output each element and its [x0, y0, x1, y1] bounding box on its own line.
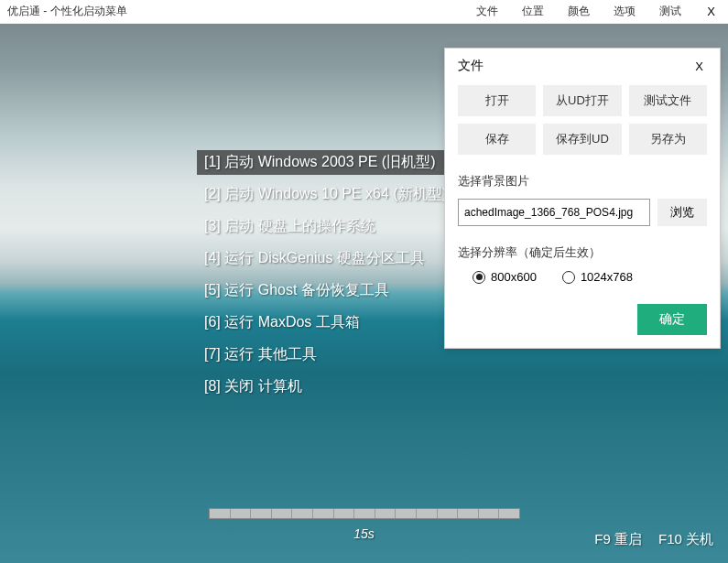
- menu-options[interactable]: 选项: [610, 2, 639, 21]
- hotkey-reboot: F9 重启: [594, 531, 642, 548]
- radio-label: 800x600: [491, 270, 537, 284]
- menu-file[interactable]: 文件: [473, 2, 502, 21]
- boot-menu: [1] 启动 Windows 2003 PE (旧机型) [2] 启动 Wind…: [197, 150, 454, 399]
- menu-position[interactable]: 位置: [518, 2, 548, 21]
- boot-item-6[interactable]: [6] 运行 MaxDos 工具箱: [197, 310, 454, 335]
- save-to-ud-button[interactable]: 保存到UD: [543, 124, 621, 155]
- radio-icon: [473, 271, 485, 284]
- countdown-text: 15s: [353, 526, 375, 541]
- app-close-button[interactable]: X: [701, 5, 721, 18]
- bg-image-input[interactable]: [458, 199, 650, 226]
- boot-item-1[interactable]: [1] 启动 Windows 2003 PE (旧机型): [197, 150, 454, 175]
- save-button[interactable]: 保存: [458, 124, 536, 155]
- boot-item-2[interactable]: [2] 启动 Windows 10 PE x64 (新机型): [197, 182, 454, 207]
- dialog-title: 文件: [458, 58, 691, 74]
- test-file-button[interactable]: 测试文件: [629, 85, 707, 116]
- resolution-1024x768[interactable]: 1024x768: [562, 270, 633, 284]
- resolution-800x600[interactable]: 800x600: [473, 270, 537, 284]
- menu-color[interactable]: 颜色: [564, 2, 593, 21]
- save-as-button[interactable]: 另存为: [629, 124, 707, 155]
- confirm-button[interactable]: 确定: [637, 304, 707, 335]
- preview-area: [1] 启动 Windows 2003 PE (旧机型) [2] 启动 Wind…: [0, 24, 728, 563]
- app-title: 优启通 - 个性化启动菜单: [7, 4, 473, 19]
- boot-item-7[interactable]: [7] 运行 其他工具: [197, 342, 454, 367]
- bg-image-label: 选择背景图片: [458, 173, 707, 189]
- footer-hotkeys: F9 重启 F10 关机: [594, 531, 713, 548]
- countdown-progress: [209, 508, 520, 519]
- open-button[interactable]: 打开: [458, 85, 536, 116]
- menu-test[interactable]: 测试: [656, 2, 685, 21]
- file-dialog: 文件 X 打开 从UD打开 测试文件 保存 保存到UD 另存为 选择背景图片 浏…: [444, 48, 721, 349]
- radio-icon: [562, 271, 575, 284]
- radio-label: 1024x768: [581, 270, 633, 284]
- hotkey-shutdown: F10 关机: [658, 531, 713, 548]
- boot-item-5[interactable]: [5] 运行 Ghost 备份恢复工具: [197, 278, 454, 303]
- menu-bar: 文件 位置 颜色 选项 测试: [473, 2, 685, 21]
- resolution-label: 选择分辨率（确定后生效）: [458, 244, 707, 261]
- browse-button[interactable]: 浏览: [657, 199, 707, 226]
- dialog-close-button[interactable]: X: [691, 60, 707, 73]
- boot-item-8[interactable]: [8] 关闭 计算机: [197, 374, 454, 399]
- boot-item-4[interactable]: [4] 运行 DiskGenius 硬盘分区工具: [197, 246, 454, 271]
- open-from-ud-button[interactable]: 从UD打开: [543, 85, 621, 116]
- boot-item-3[interactable]: [3] 启动 硬盘上的操作系统: [197, 214, 454, 239]
